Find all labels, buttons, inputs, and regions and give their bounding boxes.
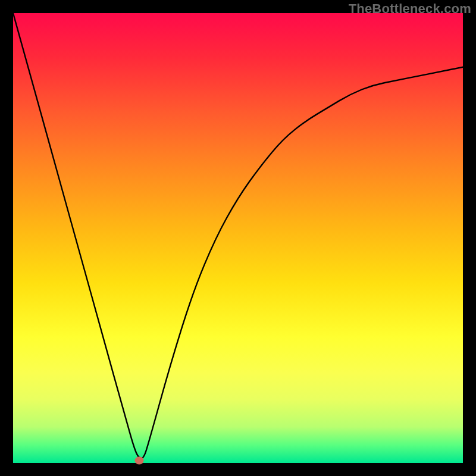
outer-frame: TheBottleneck.com	[0, 0, 476, 476]
minimum-marker	[134, 457, 143, 465]
bottleneck-curve	[13, 13, 463, 463]
plot-area	[13, 13, 463, 463]
watermark-text: TheBottleneck.com	[349, 1, 471, 17]
